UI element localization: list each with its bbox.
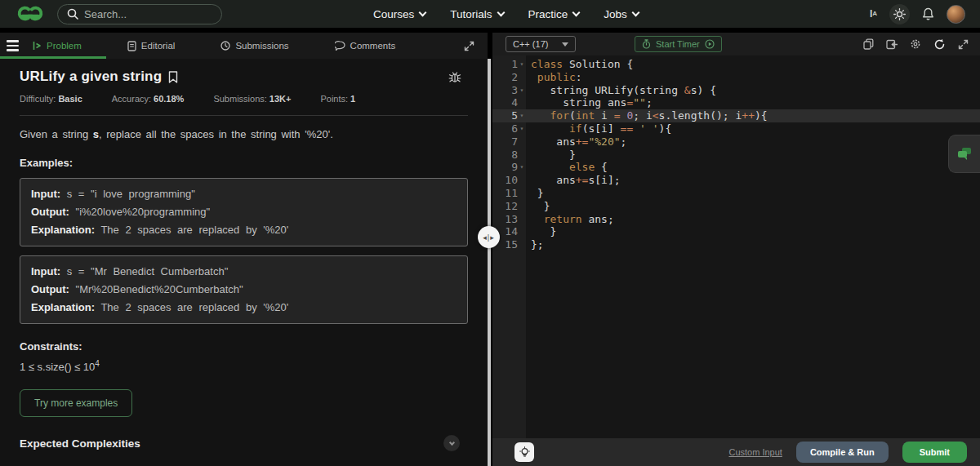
line-number[interactable]: 1▾ — [492, 58, 526, 71]
code-line[interactable]: else { — [526, 161, 980, 174]
editor-fullscreen-icon[interactable] — [958, 39, 969, 50]
example-box-2: Input: s = "Mr Benedict Cumberbatch" Out… — [20, 255, 468, 324]
code-line[interactable]: }; — [526, 238, 980, 251]
panel-resizer[interactable] — [488, 59, 491, 466]
problem-tabbar: Problem Editorial Submissions — [0, 33, 488, 59]
fold-caret-icon[interactable]: ▾ — [518, 109, 526, 122]
code-line[interactable]: return ans; — [526, 213, 980, 226]
nav-jobs[interactable]: Jobs — [604, 8, 639, 20]
active-tab-underline — [0, 56, 106, 59]
reset-code-icon[interactable] — [933, 38, 946, 51]
code-line[interactable]: string URLify(string &s) { — [526, 84, 980, 97]
line-number[interactable]: 13 — [492, 213, 526, 226]
code-line[interactable]: class Solution { — [526, 58, 980, 71]
tab-problem[interactable]: Problem — [33, 41, 82, 51]
line-number[interactable]: 6▾ — [492, 122, 526, 135]
fold-caret-icon[interactable]: ▾ — [518, 58, 526, 71]
problem-content: URLify a given string — [0, 59, 488, 466]
submit-button[interactable]: Submit — [902, 442, 967, 463]
example-explanation: Explanation: The 2 spaces are replaced b… — [31, 221, 457, 239]
compile-run-button[interactable]: Compile & Run — [796, 442, 889, 463]
chat-feedback-widget[interactable] — [948, 135, 980, 173]
tab-submissions[interactable]: Submissions — [220, 41, 288, 51]
tab-editorial-label: Editorial — [141, 41, 176, 51]
tab-comments[interactable]: Comments — [335, 41, 396, 51]
fold-caret-icon[interactable]: ▾ — [518, 84, 526, 97]
problem-title: URLify a given string — [20, 69, 162, 85]
code-line[interactable]: } — [526, 200, 980, 213]
resize-arrows-icon: ◂|▸ — [483, 233, 494, 242]
fold-caret-icon[interactable]: ▾ — [518, 122, 526, 135]
play-icon — [705, 39, 715, 49]
problem-meta: Difficulty:Basic Accuracy:60.18% Submiss… — [20, 94, 468, 104]
line-number[interactable]: 5▾ — [492, 109, 526, 122]
gfg-logo-icon — [13, 3, 47, 24]
tab-problem-label: Problem — [47, 41, 82, 51]
bookmark-icon[interactable] — [168, 71, 178, 83]
settings-gear-icon[interactable] — [910, 38, 921, 50]
code-line[interactable]: string ans=""; — [526, 96, 980, 109]
expand-complexities-button[interactable] — [443, 435, 460, 451]
hint-lightbulb-button[interactable] — [514, 442, 534, 462]
line-number[interactable]: 2 — [492, 71, 526, 84]
search-input[interactable] — [84, 8, 198, 20]
code-line[interactable]: public: — [526, 71, 980, 84]
panel-fullscreen-icon[interactable] — [464, 41, 474, 51]
chat-feedback-icon — [957, 147, 972, 161]
code-line[interactable]: } — [526, 225, 980, 238]
code-line[interactable]: ans+=s[i]; — [526, 174, 980, 187]
format-code-icon[interactable] — [886, 39, 898, 50]
notifications-bell-icon[interactable] — [922, 7, 934, 20]
language-select[interactable]: C++ (17) — [506, 36, 576, 52]
code-line[interactable]: if(s[i] == ' '){ — [526, 122, 980, 135]
chevron-down-icon — [631, 8, 639, 16]
tab-editorial[interactable]: Editorial — [127, 41, 176, 51]
meta-accuracy: Accuracy:60.18% — [112, 94, 185, 104]
line-number[interactable]: 9▾ — [492, 161, 526, 174]
line-number[interactable]: 3▾ — [492, 84, 526, 97]
nav-practice-label: Practice — [528, 8, 568, 20]
search-box[interactable] — [57, 4, 222, 24]
top-navbar: Courses Tutorials Practice Jobs IA — [0, 0, 980, 28]
meta-difficulty: Difficulty:Basic — [20, 94, 82, 104]
editor-toolbar-icons — [863, 38, 969, 51]
theme-toggle-icon[interactable] — [889, 4, 910, 24]
line-number[interactable]: 7 — [492, 135, 526, 149]
gfg-logo[interactable] — [13, 3, 47, 24]
code-line[interactable]: ans+="%20"; — [526, 135, 980, 149]
divider — [20, 115, 468, 116]
line-number[interactable]: 12 — [492, 200, 526, 213]
fold-caret-icon[interactable]: ▾ — [518, 161, 526, 174]
code-line[interactable]: } — [526, 149, 980, 162]
copy-icon[interactable] — [863, 38, 874, 50]
line-number[interactable]: 11 — [492, 187, 526, 200]
problem-statement: Given a string s, replace all the spaces… — [20, 128, 468, 140]
example-input: Input: s = "Mr Benedict Cumberbatch" — [31, 263, 457, 281]
custom-input-link[interactable]: Custom Input — [728, 447, 782, 457]
chevron-down-icon — [419, 8, 427, 16]
chevron-down-icon — [448, 440, 454, 446]
code-editor[interactable]: 1▾23▾45▾6▾789▾101112131415 class Solutio… — [492, 55, 980, 438]
nav-courses[interactable]: Courses — [373, 8, 425, 20]
user-avatar[interactable] — [947, 5, 965, 24]
line-number[interactable]: 8 — [492, 149, 526, 162]
example-output: Output: "Mr%20Benedict%20Cumberbatch" — [31, 281, 457, 299]
code-line[interactable]: for(int i = 0; i<s.length(); i++){ — [526, 109, 980, 122]
nav-practice[interactable]: Practice — [528, 8, 580, 20]
meta-points: Points:1 — [320, 94, 355, 104]
line-number[interactable]: 4 — [492, 96, 526, 109]
try-more-examples-button[interactable]: Try more examples — [20, 389, 132, 417]
report-bug-icon[interactable] — [448, 70, 461, 83]
panel-resizer-handle[interactable]: ◂|▸ — [478, 226, 500, 248]
gutter: 1▾23▾45▾6▾789▾101112131415 — [492, 55, 526, 438]
translate-icon[interactable]: IA — [870, 9, 877, 19]
nav-jobs-label: Jobs — [604, 8, 627, 20]
problem-panel: Problem Editorial Submissions — [0, 33, 488, 466]
hamburger-menu-icon[interactable] — [0, 33, 24, 59]
start-timer-button[interactable]: Start Timer — [635, 36, 722, 52]
tab-submissions-label: Submissions — [235, 41, 288, 51]
code-line[interactable]: } — [526, 187, 980, 200]
line-number[interactable]: 10 — [492, 174, 526, 187]
meta-submissions: Submissions:13K+ — [213, 94, 291, 104]
nav-tutorials[interactable]: Tutorials — [450, 8, 503, 20]
